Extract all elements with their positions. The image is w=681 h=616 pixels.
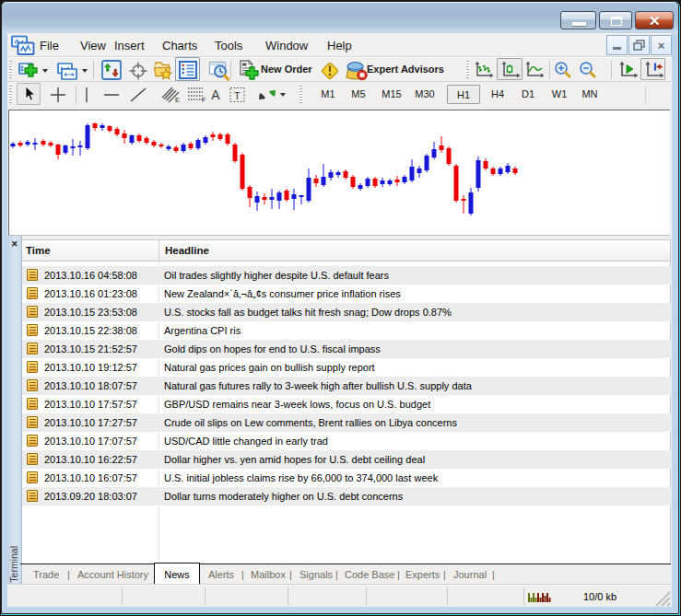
svg-text:T: T: [234, 90, 241, 101]
svg-text:F: F: [202, 97, 205, 103]
svg-text:E: E: [175, 97, 180, 103]
